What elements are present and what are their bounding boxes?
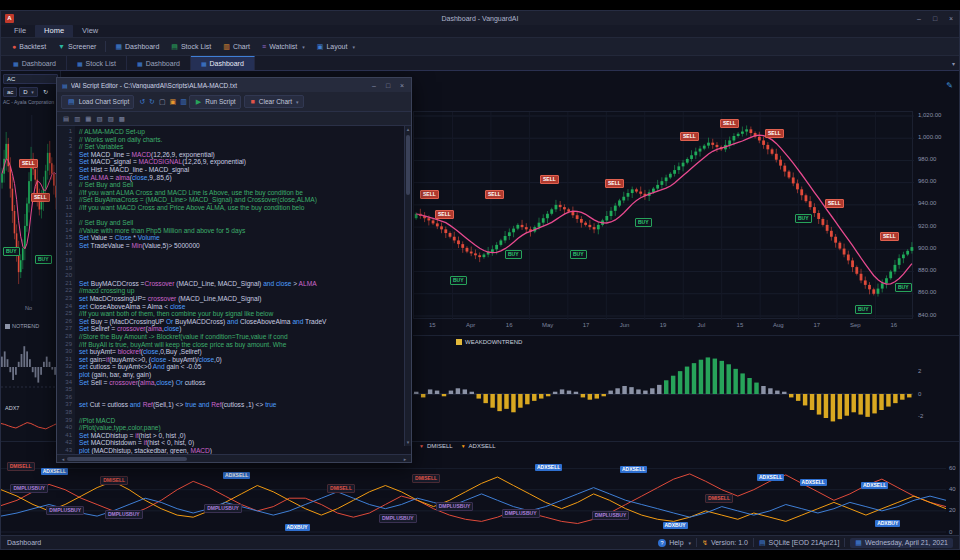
stock-list-button[interactable]: ▤Stock List (165, 41, 217, 53)
editor-maximize-button[interactable]: □ (381, 82, 395, 89)
load-chart-script-button[interactable]: ▤Load Chart Script (61, 95, 134, 109)
save-icon[interactable]: ▥ (180, 98, 187, 106)
dmi-adx-axis: 6040200 (947, 454, 959, 534)
run-icon: ▶ (196, 98, 201, 106)
scrollbar-thumb[interactable] (406, 135, 410, 195)
price-chart[interactable]: SELLSELLBUYSELLBUYSELLBUYSELLBUYSELLSELL… (413, 111, 913, 319)
indicator-badge-dmplusbuy: DMPLUSBUY (592, 511, 630, 520)
dmi-legend: ▼DMISELL ▼ADXSELL (419, 443, 496, 449)
indicator-badge-adxbuy: ADXBUY (285, 524, 310, 531)
chart-button[interactable]: ▥Chart (217, 41, 256, 53)
help-menu[interactable]: ?Help▾ (658, 539, 691, 547)
signal-badge-sell: SELL (19, 159, 38, 168)
edit-dashboard-icon[interactable]: ✎ (946, 81, 953, 90)
menu-home[interactable]: Home (35, 24, 73, 37)
dmisell-triangle-icon: ▼ (419, 443, 424, 449)
edit-tool-icon[interactable]: ▥ (74, 115, 80, 123)
indicator-badge-dmisell: DMISELL (100, 476, 128, 485)
titlebar[interactable]: A Dashboard - VanguardAI – □ × (1, 11, 959, 25)
menu-file[interactable]: File (5, 24, 35, 37)
scroll-left-icon[interactable]: ◂ (59, 456, 67, 462)
editor-vertical-scrollbar[interactable]: ▴ ▾ (404, 126, 411, 446)
dashboard-button[interactable]: ▦Dashboard (109, 41, 165, 53)
script-editor-titlebar[interactable]: ▤ VAI Script Editor - C:\VanguardAI\Scri… (57, 78, 411, 92)
signal-badge-sell: SELL (880, 232, 899, 241)
screener-icon: ▼ (58, 43, 65, 50)
chevron-down-icon: ▾ (352, 44, 355, 50)
tab-dashboard-2[interactable]: ▦Dashboard (127, 56, 191, 70)
undo-icon[interactable]: ↺ (139, 98, 145, 106)
indicator-badge-dmisell: DMISELL (705, 494, 733, 503)
editor-close-button[interactable]: × (395, 82, 409, 89)
load-script-icon: ▤ (68, 98, 75, 106)
signal-badge-buy: BUY (635, 218, 652, 227)
signal-badge-sell: SELL (680, 132, 699, 141)
price-chart-pane: SELLSELLBUYSELLBUYSELLBUYSELLBUYSELLSELL… (413, 111, 959, 333)
database-status[interactable]: ▤SQLite [EOD 21Apr21] (759, 539, 839, 547)
symbol-short-box[interactable]: ac (3, 87, 17, 97)
run-script-button[interactable]: ▶Run Script (189, 95, 241, 109)
clear-chart-button[interactable]: ■Clear Chart▾ (244, 95, 304, 108)
macd-hist-chart[interactable] (413, 350, 913, 438)
symbol-input[interactable]: AC (3, 74, 58, 84)
mini-price-chart[interactable] (1, 115, 57, 305)
tab-stock-list[interactable]: ▦Stock List (67, 56, 127, 70)
backtest-button[interactable]: ●Backtest (6, 41, 52, 52)
redo-icon[interactable]: ↻ (149, 98, 155, 106)
indicator-badge-adxsell: ADXSELL (620, 466, 647, 473)
refresh-icon[interactable]: ↻ (40, 87, 51, 97)
layout-icon: ▣ (317, 43, 324, 51)
chevron-down-icon: ▾ (296, 99, 299, 105)
open-folder-icon[interactable]: ▣ (170, 98, 177, 106)
signal-badge-sell: SELL (485, 190, 504, 199)
mini-adx-chart[interactable] (1, 415, 57, 441)
scroll-up-icon[interactable]: ▴ (407, 126, 410, 133)
edit-tool-icon[interactable]: ▤ (63, 115, 69, 123)
chevron-down-icon: ▾ (302, 44, 305, 50)
indicator-badge-dmplusbuy: DMPLUSBUY (204, 504, 242, 513)
code-area[interactable]: 1234567891011121314151617181920212223242… (57, 126, 411, 454)
indicator-badge-adxsell: ADXSELL (861, 482, 888, 489)
edit-tool-icon[interactable]: ▧ (96, 115, 102, 123)
backtest-icon: ● (12, 43, 16, 50)
signal-badge-sell: SELL (420, 190, 439, 199)
watchlist-button[interactable]: ≡Watchlist▾ (256, 41, 311, 52)
status-left-label: Dashboard (7, 539, 41, 546)
maximize-button[interactable]: □ (927, 12, 943, 25)
tab-dashboard-3[interactable]: ▦Dashboard (191, 56, 255, 70)
edit-tool-icon[interactable]: ▨ (108, 115, 114, 123)
layout-button[interactable]: ▣Layout▾ (311, 41, 361, 53)
minimize-button[interactable]: – (911, 12, 927, 25)
scroll-down-icon[interactable]: ▾ (407, 439, 410, 446)
tab-dashboard-1[interactable]: ▦Dashboard (3, 56, 67, 70)
signal-badge-sell: SELL (720, 119, 739, 128)
new-file-icon[interactable]: ▢ (159, 98, 166, 106)
price-axis: 1,020.001,000.00980.00960.00940.00920.00… (914, 111, 959, 319)
timeframe-select[interactable]: D ▾ (19, 87, 38, 97)
edit-tool-icon[interactable]: ▩ (119, 115, 125, 123)
scrollbar-thumb[interactable] (67, 457, 187, 461)
signal-badge-sell: SELL (605, 179, 624, 188)
signal-badge-sell: SELL (31, 193, 50, 202)
code-text[interactable]: // ALMA-MACD Set-up// Works well on dail… (75, 126, 411, 454)
scroll-right-icon[interactable]: ▸ (401, 456, 409, 462)
editor-minimize-button[interactable]: – (367, 82, 381, 89)
dmi-adx-chart[interactable]: DMISELLDMPLUSBUYADXSELLDMPLUSBUYDMISELLD… (1, 454, 946, 534)
close-button[interactable]: × (943, 12, 959, 25)
dashboard-content: AC ac D ▾ ↻ AC - Ayala Corporation No NO… (1, 71, 959, 535)
date-display[interactable]: ▦Wednesday, April 21, 2021 (850, 538, 953, 548)
edit-tool-icon[interactable]: ▦ (85, 115, 91, 123)
signal-badge-buy: BUY (505, 250, 522, 259)
menu-view[interactable]: View (73, 24, 107, 37)
editor-horizontal-scrollbar[interactable]: ◂ ▸ (57, 454, 411, 462)
script-editor-window[interactable]: ▤ VAI Script Editor - C:\VanguardAI\Scri… (56, 77, 412, 463)
indicator-badge-adxbuy: ADXBUY (663, 522, 688, 529)
indicator-badge-adxbuy: ADXBUY (875, 520, 900, 527)
mini-hist-chart[interactable] (1, 335, 57, 403)
screener-button[interactable]: ▼Screener (52, 41, 102, 52)
version-label: ↯Version: 1.0 (702, 539, 748, 547)
signal-badge-buy: BUY (35, 255, 52, 264)
tab-overflow-caret[interactable]: ▾ (952, 60, 955, 67)
tab-icon: ▦ (201, 60, 207, 67)
version-icon: ↯ (702, 539, 708, 547)
